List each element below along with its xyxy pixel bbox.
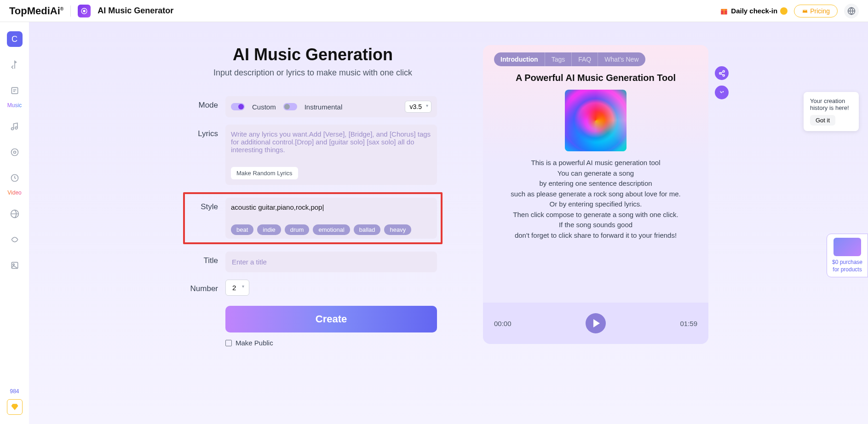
svg-point-1 — [83, 10, 85, 12]
play-icon — [593, 319, 600, 327]
crown-icon — [802, 8, 808, 14]
diamond-icon — [11, 403, 19, 411]
sidebar-lipsync-icon[interactable] — [7, 232, 23, 247]
version-select[interactable]: v3.5 — [405, 101, 431, 113]
sidebar-global-icon[interactable] — [7, 206, 23, 222]
tab-tags[interactable]: Tags — [545, 52, 572, 66]
style-tag[interactable]: beat — [231, 224, 253, 235]
random-lyrics-button[interactable]: Make Random Lyrics — [231, 167, 298, 179]
public-label: Make Public — [236, 339, 273, 347]
sidebar-video-label: Video — [7, 189, 21, 196]
pricing-label: Pricing — [810, 7, 830, 15]
svg-rect-4 — [724, 9, 725, 14]
public-row: Make Public — [225, 339, 437, 347]
sidebar-music-label: Music — [7, 102, 22, 109]
mode-row: Mode Custom Instrumental v3.5 — [189, 96, 437, 117]
style-tag[interactable]: drum — [285, 224, 310, 235]
svg-point-16 — [719, 72, 721, 74]
sidebar-photo-icon[interactable] — [7, 258, 23, 273]
info-panel: Introduction Tags FAQ What's New A Power… — [483, 45, 708, 344]
instrumental-toggle[interactable] — [283, 103, 297, 110]
number-select[interactable]: 2 — [225, 280, 249, 296]
svg-point-8 — [15, 127, 17, 129]
coin-icon — [780, 7, 788, 15]
svg-rect-6 — [11, 87, 17, 93]
tooltip-gotit-button[interactable]: Got it — [810, 115, 835, 126]
create-row: Create Make Public — [189, 303, 437, 347]
main-content: AI Music Generation Input description or… — [29, 22, 868, 424]
header-left: TopMediAi® AI Music Generator — [9, 5, 173, 17]
custom-toggle[interactable] — [231, 103, 245, 110]
time-total: 01:59 — [680, 320, 697, 327]
logo-text: TopMediAi — [9, 5, 60, 17]
history-button[interactable] — [715, 86, 729, 99]
language-button[interactable] — [844, 4, 859, 18]
create-button[interactable]: Create — [225, 306, 437, 332]
sidebar-disc-icon[interactable] — [7, 144, 23, 160]
svg-point-15 — [723, 70, 724, 72]
divider — [70, 6, 71, 17]
create-wrap: Create Make Public — [225, 303, 437, 347]
number-row: Number 2 — [189, 280, 437, 296]
public-checkbox[interactable] — [225, 340, 232, 346]
number-wrap: 2 — [225, 280, 437, 296]
panel-artwork — [565, 90, 627, 151]
svg-point-9 — [11, 149, 18, 156]
style-textarea[interactable]: acoustic guitar,piano,rock,pop| — [231, 203, 431, 219]
panel-description: This is a powerful AI music generation t… — [483, 158, 708, 241]
buy-credits-button[interactable] — [7, 399, 23, 415]
pricing-button[interactable]: Pricing — [794, 5, 838, 17]
svg-point-7 — [11, 128, 13, 130]
sidebar-voice-icon[interactable] — [7, 57, 23, 73]
mode-label: Mode — [189, 96, 225, 110]
sidebar-cover-icon[interactable] — [7, 170, 23, 186]
style-row-highlighted: Style acoustic guitar,piano,rock,pop| be… — [183, 192, 443, 244]
tab-whatsnew[interactable]: What's New — [598, 52, 645, 66]
style-tag[interactable]: indie — [257, 224, 281, 235]
svg-point-10 — [13, 151, 16, 154]
history-icon — [719, 89, 725, 96]
custom-label: Custom — [252, 103, 276, 111]
header-right: Daily check-in Pricing — [720, 4, 859, 18]
time-current: 00:00 — [494, 320, 512, 327]
promo-text: $0 purchase for products — [831, 259, 864, 273]
share-button[interactable] — [715, 66, 729, 80]
style-wrap: acoustic guitar,piano,rock,pop| beat ind… — [225, 198, 437, 239]
svg-point-17 — [723, 74, 724, 76]
style-tag[interactable]: emotional — [313, 224, 350, 235]
svg-point-14 — [12, 264, 14, 265]
checkin-label: Daily check-in — [731, 7, 777, 15]
logo-sup: ® — [60, 6, 63, 11]
sidebar-text-icon[interactable] — [7, 83, 23, 98]
tab-introduction[interactable]: Introduction — [494, 52, 545, 66]
audio-player: 00:00 01:59 — [483, 303, 708, 344]
mode-controls: Custom Instrumental v3.5 — [225, 96, 437, 117]
style-tag[interactable]: heavy — [384, 224, 411, 235]
info-tabs: Introduction Tags FAQ What's New — [494, 52, 645, 66]
play-button[interactable] — [586, 313, 606, 333]
logo[interactable]: TopMediAi® — [9, 5, 63, 17]
promo-image — [834, 238, 861, 256]
promo-card[interactable]: $0 purchase for products — [827, 234, 868, 277]
style-tags: beat indie drum emotional ballad heavy — [231, 224, 431, 235]
instrumental-label: Instrumental — [305, 103, 343, 111]
globe-icon — [847, 7, 856, 15]
tooltip-text: Your creation history is here! — [810, 97, 852, 111]
share-icon — [719, 70, 725, 77]
lyrics-textarea[interactable] — [231, 130, 431, 162]
number-label: Number — [189, 280, 225, 293]
lyrics-row: Lyrics Make Random Lyrics — [189, 125, 437, 185]
sidebar-music-icon[interactable] — [7, 119, 23, 134]
style-tag[interactable]: ballad — [354, 224, 381, 235]
daily-checkin[interactable]: Daily check-in — [720, 7, 788, 15]
page-subtitle: Input description or lyrics to make musi… — [189, 68, 437, 78]
title-input[interactable] — [225, 252, 437, 272]
sidebar-bottom: 984 — [7, 388, 23, 415]
gift-icon — [720, 7, 728, 15]
sidebar: C Music Video 984 — [0, 22, 29, 424]
page-title: AI Music Generation — [189, 45, 437, 64]
title-row: Title — [189, 252, 437, 272]
sidebar-create-icon[interactable]: C — [7, 31, 23, 47]
panel-title: A Powerful AI Music Generation Tool — [483, 73, 708, 83]
tab-faq[interactable]: FAQ — [572, 52, 598, 66]
